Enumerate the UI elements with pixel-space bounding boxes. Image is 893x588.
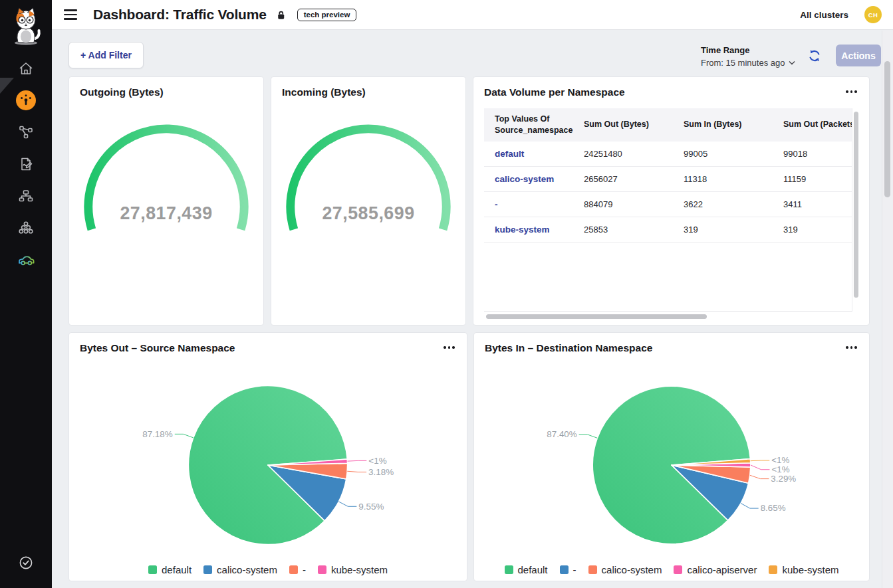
table-cell: 24251480	[573, 142, 673, 167]
table-horizontal-scrollbar[interactable]	[486, 314, 707, 319]
table-cell: 11159	[773, 166, 852, 191]
calico-logo[interactable]	[9, 5, 43, 49]
pie-label-line	[579, 435, 598, 438]
hamburger-menu-icon[interactable]	[64, 9, 77, 19]
sidebar-item-verified[interactable]	[0, 555, 52, 571]
legend-item--[interactable]: -	[560, 564, 576, 575]
topology-icon	[18, 188, 34, 204]
legend-swatch	[560, 565, 569, 574]
tech-preview-badge: tech preview	[297, 9, 357, 21]
pie-label-line	[741, 503, 759, 508]
sidebar-item-dashboards[interactable]	[0, 90, 52, 111]
pie-percent-label: 3.29%	[771, 474, 796, 484]
namespace-link[interactable]: calico-system	[495, 174, 554, 184]
more-menu-icon[interactable]	[846, 346, 857, 349]
legend-label: calico-apiserver	[687, 564, 757, 575]
legend-label: calico-system	[602, 564, 662, 575]
gauge-value: 27,585,699	[322, 203, 414, 223]
namespace-link[interactable]: default	[495, 149, 524, 159]
panel-bytes-out-pie: Bytes Out – Source Namespace 87.18%9.55%…	[68, 332, 467, 581]
namespace-table: Top Values Of Source_namespace Sum Out (…	[484, 108, 852, 312]
pie-percent-label: 3.18%	[368, 467, 394, 477]
time-range-label: Time Range	[701, 45, 795, 55]
avatar[interactable]: CH	[864, 6, 882, 23]
panel-title: Incoming (Bytes)	[282, 86, 366, 98]
pie-label-line	[347, 471, 366, 472]
clusters-selector[interactable]: All clusters	[800, 10, 848, 20]
home-icon	[18, 60, 34, 76]
sidebar-item-home[interactable]	[0, 60, 52, 76]
time-range-selector[interactable]: Time Range From: 15 minutes ago	[701, 45, 795, 68]
more-menu-icon[interactable]	[846, 90, 857, 93]
pie-percent-label: 87.40%	[547, 429, 576, 439]
namespace-link[interactable]: -	[495, 199, 498, 209]
sidebar-item-clusters[interactable]	[0, 220, 52, 236]
pie-percent-label: 8.65%	[761, 503, 786, 513]
add-filter-button[interactable]: + Add Filter	[68, 42, 144, 68]
dashboard-content: + Add Filter Time Range From: 15 minutes…	[52, 31, 893, 588]
table-vertical-scrollbar[interactable]	[854, 112, 858, 298]
pie-label-line	[338, 502, 356, 506]
table-row: kube-system25853319319	[484, 217, 852, 242]
pie-percent-label: <1%	[771, 464, 789, 474]
table-header-row: Top Values Of Source_namespace Sum Out (…	[484, 108, 852, 142]
pie-percent-label: 87.18%	[142, 429, 173, 439]
pie-legend: default-calico-systemcalico-apiserverkub…	[474, 564, 869, 575]
namespace-link[interactable]: kube-system	[495, 225, 550, 235]
pie-percent-label: <1%	[771, 455, 789, 465]
legend-swatch	[505, 565, 513, 574]
legend-item-calico-system[interactable]: calico-system	[588, 564, 662, 575]
actions-button[interactable]: Actions	[836, 45, 881, 66]
legend-swatch	[318, 565, 326, 574]
incoming-gauge-chart: 27,585,699	[271, 101, 465, 326]
refresh-button[interactable]	[807, 49, 822, 63]
panel-title: Bytes In – Destination Namespace	[485, 342, 652, 354]
panel-title: Bytes Out – Source Namespace	[80, 342, 235, 354]
pie-label-line	[751, 460, 770, 461]
sidebar	[0, 0, 52, 588]
app-header: Dashboard: Traffic Volume tech preview A…	[52, 0, 893, 30]
column-header[interactable]: Top Values Of Source_namespace	[484, 108, 573, 142]
legend-item--[interactable]: -	[289, 564, 306, 575]
table-row: calico-system26560271131811159	[484, 166, 852, 191]
pie-percent-label: <1%	[368, 456, 386, 466]
column-header[interactable]: Sum In (Bytes)	[673, 108, 773, 142]
page-scrollbar[interactable]	[884, 61, 890, 197]
legend-swatch	[203, 565, 212, 574]
legend-label: -	[303, 564, 306, 575]
legend-item-kube-system[interactable]: kube-system	[769, 564, 838, 575]
sidebar-item-network-topology[interactable]	[0, 188, 52, 204]
legend-swatch	[588, 565, 597, 574]
namespace-table-body: default242514809900599018calico-system26…	[484, 142, 852, 243]
sidebar-item-traffic[interactable]	[0, 251, 52, 268]
bytes-out-pie-chart: 87.18%9.55%3.18%<1%	[69, 357, 467, 564]
column-header[interactable]: Sum Out (Bytes)	[573, 108, 673, 142]
legend-item-default[interactable]: default	[505, 564, 548, 575]
legend-swatch	[289, 565, 298, 574]
legend-label: -	[573, 564, 576, 575]
time-range-value: From: 15 minutes ago	[701, 58, 785, 68]
legend-item-default[interactable]: default	[148, 564, 191, 575]
lock-icon	[275, 9, 287, 21]
outgoing-gauge-chart: 27,817,439	[69, 101, 263, 326]
column-header[interactable]: Sum Out (Packets)	[773, 108, 852, 142]
legend-item-calico-system[interactable]: calico-system	[203, 564, 277, 575]
pie-percent-label: 9.55%	[358, 502, 384, 512]
pie-legend: defaultcalico-system-kube-system	[69, 564, 467, 575]
sidebar-item-flow-visualizations[interactable]	[0, 124, 52, 140]
sidebar-item-policies[interactable]	[0, 156, 52, 172]
page-title: Dashboard: Traffic Volume	[93, 7, 267, 23]
pie-label-line	[751, 465, 770, 470]
table-cell: 884079	[573, 191, 673, 217]
dashboards-gauge-icon	[15, 90, 37, 111]
table-row: -88407936223411	[484, 191, 852, 217]
legend-item-kube-system[interactable]: kube-system	[318, 564, 388, 575]
legend-swatch	[769, 565, 777, 574]
more-menu-icon[interactable]	[444, 346, 455, 349]
refresh-icon	[807, 49, 822, 63]
panel-incoming-bytes: Incoming (Bytes) 27,585,699	[271, 76, 466, 326]
legend-item-calico-apiserver[interactable]: calico-apiserver	[674, 564, 757, 575]
pie-label-line	[175, 434, 193, 437]
verified-badge-icon	[18, 555, 34, 571]
table-cell: 99005	[673, 142, 773, 167]
